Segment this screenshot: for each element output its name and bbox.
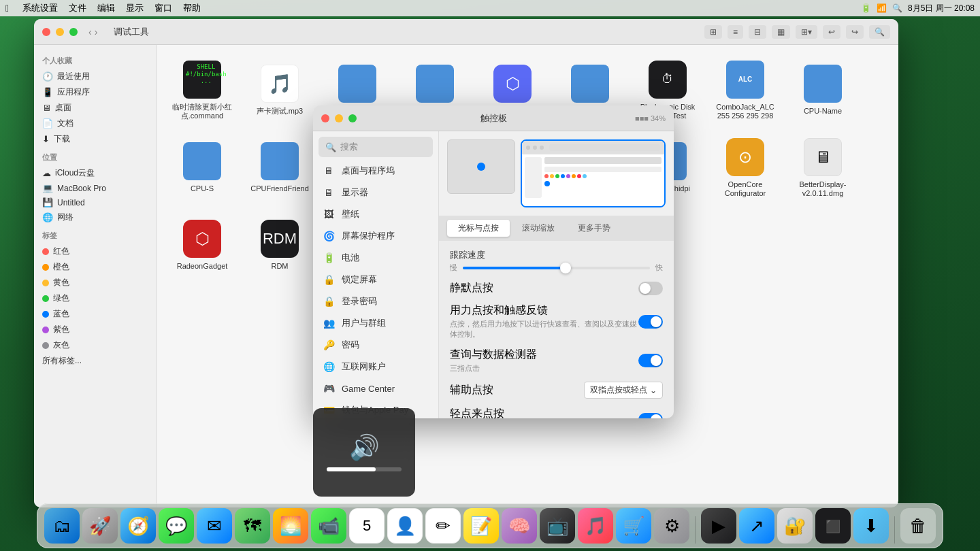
prefs-item-lock[interactable]: 🔒 锁定屏幕 bbox=[313, 269, 438, 290]
dock-item-messages[interactable]: 💬 bbox=[159, 508, 194, 544]
dock-item-mail[interactable]: ✉ bbox=[197, 508, 232, 544]
file-item[interactable]: ⬡ RadeonGadget bbox=[165, 208, 240, 283]
sysprefs-max[interactable] bbox=[348, 114, 357, 122]
group-btn[interactable]: ⊞▾ bbox=[796, 25, 817, 39]
file-item[interactable]: CPU-S bbox=[165, 131, 240, 205]
file-item[interactable]: 🖥 BetterDisplay-v2.0.11.dmg bbox=[785, 131, 860, 205]
sidebar-item-downloads[interactable]: ⬇ 下载 bbox=[34, 131, 156, 147]
dock-item-mymind[interactable]: 🧠 bbox=[502, 508, 537, 544]
prefs-item-screensaver[interactable]: 🌀 屏幕保护程序 bbox=[313, 225, 438, 247]
file-item[interactable]: ⊙ OpenCore Configurator bbox=[708, 131, 783, 205]
dock-item-safari[interactable]: 🧭 bbox=[120, 508, 156, 544]
dock-item-freeform[interactable]: ✏ bbox=[425, 508, 461, 544]
menu-view[interactable]: 显示 bbox=[126, 2, 144, 14]
tab-cursor[interactable]: 光标与点按 bbox=[447, 220, 510, 237]
dock-item-trash[interactable]: 🗑 bbox=[900, 508, 936, 544]
menu-edit[interactable]: 编辑 bbox=[97, 2, 115, 14]
lookup-toggle[interactable] bbox=[638, 354, 663, 367]
sidebar-tag-gray[interactable]: 灰色 bbox=[34, 337, 156, 353]
forward-button[interactable]: › bbox=[95, 27, 98, 37]
dock-item-notes[interactable]: 📝 bbox=[463, 508, 499, 544]
file-item[interactable]: RDM RDM bbox=[242, 208, 317, 283]
file-item[interactable]: ALC ComboJack_ALC 255 256 295 298 bbox=[708, 53, 783, 128]
sidebar-tag-blue[interactable]: 蓝色 bbox=[34, 306, 156, 322]
dock-item-music[interactable]: 🎵 bbox=[578, 508, 613, 544]
file-item[interactable]: SHELL#!/bin/bash... 临时清除更新小红点.command bbox=[165, 53, 240, 128]
apple-menu[interactable]:  bbox=[5, 3, 9, 14]
view-columns[interactable]: ⊟ bbox=[749, 25, 766, 39]
prefs-item-internet[interactable]: 🌐 互联网账户 bbox=[313, 356, 438, 378]
sidebar-item-untitled[interactable]: 💾 Untitled bbox=[34, 195, 156, 210]
sidebar-item-desktop[interactable]: 🖥 桌面 bbox=[34, 100, 156, 116]
dock-item-transloader[interactable]: ⬇ bbox=[853, 508, 889, 544]
close-button[interactable] bbox=[42, 28, 50, 36]
prefs-item-passwords[interactable]: 🔑 密码 bbox=[313, 334, 438, 356]
search-btn[interactable]: 🔍 bbox=[869, 25, 890, 39]
dock-item-appstore[interactable]: 🛒 bbox=[616, 508, 651, 544]
sidebar-tag-orange[interactable]: 橙色 bbox=[34, 259, 156, 275]
dock-item-quicktime[interactable]: ▶ bbox=[701, 508, 736, 544]
tap-toggle[interactable] bbox=[638, 413, 663, 418]
back-button[interactable]: ‹ bbox=[88, 27, 92, 37]
prefs-item-wallpaper[interactable]: 🖼 壁纸 bbox=[313, 203, 438, 225]
dock-item-launchpad[interactable]: 🚀 bbox=[82, 508, 118, 544]
tab-scroll[interactable]: 滚动缩放 bbox=[511, 220, 566, 237]
maximize-button[interactable] bbox=[69, 28, 78, 36]
dock-item-tv[interactable]: 📺 bbox=[540, 508, 575, 544]
dock-item-sysprefs[interactable]: ⚙ bbox=[654, 508, 689, 544]
slider-track[interactable] bbox=[463, 267, 650, 269]
tab-gestures[interactable]: 更多手势 bbox=[567, 220, 621, 237]
prefs-item-desktop[interactable]: 🖥 桌面与程序坞 bbox=[313, 160, 438, 182]
dock-item-something[interactable]: ↗ bbox=[739, 508, 774, 544]
finder-toolbar: ⊞ ≡ ⊟ ▦ ⊞▾ ↩ ↪ 🔍 bbox=[704, 25, 890, 39]
sidebar-tag-purple[interactable]: 紫色 bbox=[34, 322, 156, 337]
dock-item-maps[interactable]: 🗺 bbox=[235, 508, 270, 544]
force-click-toggle[interactable] bbox=[638, 315, 663, 329]
dock-item-calendar[interactable]: 5 bbox=[349, 508, 385, 544]
share-btn[interactable]: ↩ bbox=[823, 25, 840, 39]
file-item[interactable]: 🎵 声卡测试.mp3 bbox=[242, 53, 317, 128]
sidebar-item-macbook[interactable]: 💻 MacBook Pro bbox=[34, 181, 156, 195]
menu-window[interactable]: 窗口 bbox=[154, 2, 172, 14]
menubar-search[interactable]: 🔍 bbox=[892, 3, 902, 13]
sidebar-tag-all[interactable]: 所有标签... bbox=[34, 353, 156, 369]
file-item[interactable]: CPU-Name bbox=[785, 53, 860, 128]
dock-item-finder[interactable]: 🗂 bbox=[44, 508, 80, 544]
prefs-item-users[interactable]: 👥 用户与群组 bbox=[313, 312, 438, 334]
view-grid[interactable]: ⊞ bbox=[704, 25, 722, 39]
dock-item-keychain[interactable]: 🔐 bbox=[777, 508, 813, 544]
sysprefs-sidebar: 🔍 搜索 🖥 桌面与程序坞 🖥 显示器 🖼 壁纸 🌀 屏幕保护程序 bbox=[313, 131, 439, 418]
dock-item-contacts[interactable]: 👤 bbox=[387, 508, 423, 544]
sidebar-item-network[interactable]: 🌐 网络 bbox=[34, 210, 156, 225]
minimize-button[interactable] bbox=[56, 28, 64, 36]
sidebar-tag-red[interactable]: 红色 bbox=[34, 244, 156, 259]
view-list[interactable]: ≡ bbox=[728, 25, 743, 39]
view-gallery[interactable]: ▦ bbox=[772, 25, 790, 39]
dock-item-terminal[interactable]: ⬛ bbox=[815, 508, 851, 544]
tracking-speed-slider[interactable]: 慢 快 bbox=[450, 263, 663, 273]
silent-click-toggle[interactable] bbox=[638, 282, 663, 295]
sidebar-item-apps[interactable]: 📱 应用程序 bbox=[34, 84, 156, 100]
dock-item-photos[interactable]: 🌅 bbox=[273, 508, 308, 544]
prefs-item-battery[interactable]: 🔋 电池 bbox=[313, 247, 438, 269]
dock-item-facetime[interactable]: 📹 bbox=[311, 508, 346, 544]
slider-thumb[interactable] bbox=[560, 263, 571, 273]
sysprefs-min[interactable] bbox=[335, 114, 343, 122]
menu-help[interactable]: 帮助 bbox=[183, 2, 201, 14]
sidebar-tag-green[interactable]: 绿色 bbox=[34, 290, 156, 306]
prefs-item-password[interactable]: 🔒 登录密码 bbox=[313, 290, 438, 312]
sidebar-item-icloud[interactable]: ☁ iCloud云盘 bbox=[34, 165, 156, 181]
menu-file[interactable]: 文件 bbox=[69, 2, 86, 14]
untitled-icon: 💾 bbox=[42, 197, 53, 207]
action-btn[interactable]: ↪ bbox=[846, 25, 864, 39]
sysprefs-search[interactable]: 🔍 搜索 bbox=[318, 137, 433, 157]
prefs-item-gamecenter[interactable]: 🎮 Game Center bbox=[313, 378, 438, 399]
sidebar-tag-yellow[interactable]: 黄色 bbox=[34, 275, 156, 290]
secondary-select[interactable]: 双指点按或轻点 ⌄ bbox=[584, 382, 663, 399]
file-item[interactable]: CPUFriendFriend bbox=[242, 131, 317, 205]
menu-system[interactable]: 系统设置 bbox=[22, 2, 58, 14]
sidebar-item-docs[interactable]: 📄 文档 bbox=[34, 116, 156, 131]
prefs-item-display[interactable]: 🖥 显示器 bbox=[313, 182, 438, 203]
sidebar-item-recent[interactable]: 🕐 最近使用 bbox=[34, 69, 156, 84]
sysprefs-close[interactable] bbox=[321, 114, 329, 122]
